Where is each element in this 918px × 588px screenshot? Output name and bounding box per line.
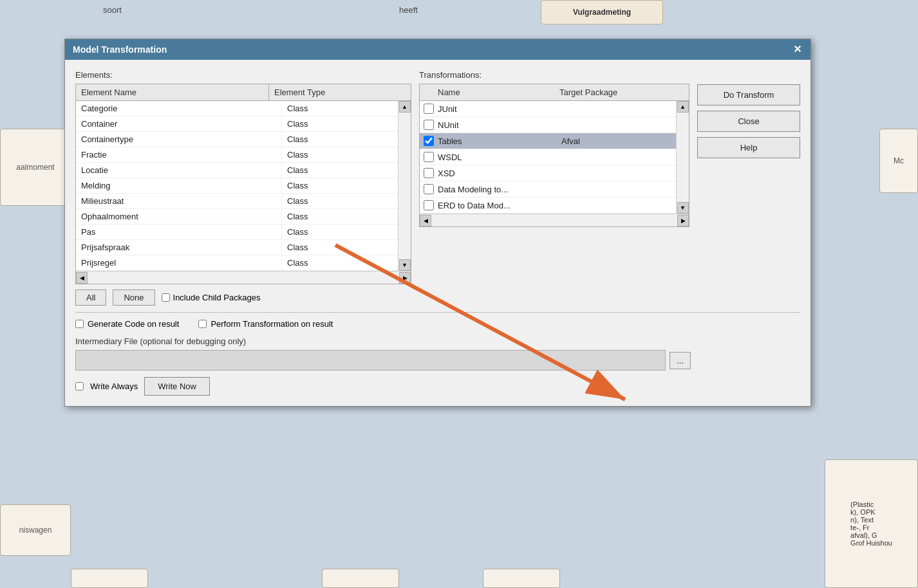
trans-name-xsd: XSD [438, 169, 561, 178]
write-now-button[interactable]: Write Now [144, 377, 210, 396]
col-header-target: Target Package [554, 84, 676, 100]
file-input-box[interactable] [75, 350, 666, 371]
table-row[interactable]: Prijsregel Class [76, 255, 411, 271]
table-row[interactable]: Pas Class [76, 225, 411, 240]
trans-row-junit[interactable]: JUnit [420, 101, 689, 117]
table-row[interactable]: Milieustraat Class [76, 194, 411, 209]
trans-hscroll-track[interactable] [431, 214, 677, 226]
elements-label: Elements: [75, 70, 411, 80]
trans-checkbox-tables[interactable] [424, 136, 434, 146]
write-always-checkbox[interactable] [75, 382, 84, 390]
elements-section: Elements: Element Name Element Type Cate… [75, 70, 411, 306]
close-button[interactable]: Close [697, 111, 800, 132]
bg-node-left: aalmoment [0, 129, 71, 206]
bg-node-bottom-right: (Plastic k), OPK n), Text te-, Fr afval)… [825, 459, 918, 588]
col-header-name: Name [433, 84, 554, 100]
trans-row-nunit[interactable]: NUnit [420, 117, 689, 133]
dialog-backdrop: Model Transformation ✕ Elements: Element… [64, 26, 824, 553]
intermediary-file-label: Intermediary File (optional for debuggin… [75, 336, 691, 346]
trans-name-wsdl: WSDL [438, 152, 561, 162]
table-row[interactable]: Locatie Class [76, 163, 411, 178]
table-row[interactable]: Container Class [76, 116, 411, 132]
trans-hscroll[interactable]: ◀ ▶ [420, 214, 689, 226]
elements-list: Categorie Class Container Class Containe… [76, 101, 411, 271]
trans-check-col [420, 84, 433, 100]
elements-scrollbar[interactable]: ▲ ▼ [398, 101, 411, 271]
trans-row-data-modeling[interactable]: Data Modeling to... [420, 181, 689, 198]
col-header-element-type: Element Type [269, 84, 398, 100]
trans-table-header: Name Target Package [420, 84, 689, 101]
trans-row-tables[interactable]: Tables Afval [420, 133, 689, 149]
trans-scroll-down[interactable]: ▼ [677, 202, 689, 214]
scroll-track[interactable] [398, 113, 411, 259]
bg-node-right: Mc [879, 129, 918, 193]
elements-hscroll[interactable]: ◀ ▶ [76, 271, 411, 284]
write-always-label: Write Always [90, 381, 138, 391]
trans-target-tables: Afval [561, 136, 685, 146]
hscroll-right-arrow[interactable]: ▶ [399, 272, 411, 284]
bg-bottom-node-3 [483, 569, 560, 588]
write-row: Write Always Write Now [75, 377, 691, 396]
bg-node-bottom-left: niswagen [0, 504, 71, 556]
trans-row-wsdl[interactable]: WSDL [420, 149, 689, 165]
file-input-row: ... [75, 350, 691, 371]
trans-name-nunit: NUnit [438, 120, 561, 130]
trans-scroll-up[interactable]: ▲ [677, 101, 689, 113]
scroll-header-placeholder [398, 84, 411, 100]
trans-checkbox-data-modeling[interactable] [424, 184, 434, 194]
generate-code-label: Generate Code on result [88, 319, 179, 329]
scroll-up-arrow[interactable]: ▲ [399, 101, 411, 113]
checkboxes-row: Generate Code on result Perform Transfor… [75, 319, 691, 329]
trans-hscroll-right[interactable]: ▶ [677, 215, 689, 226]
btn-all[interactable]: All [75, 289, 106, 306]
dialog-title: Model Transformation [73, 44, 167, 55]
generate-code-checkbox[interactable] [75, 320, 84, 328]
table-row[interactable]: Categorie Class [76, 101, 411, 116]
trans-row-erd[interactable]: ERD to Data Mod... [420, 198, 689, 214]
hscroll-left-arrow[interactable]: ◀ [76, 272, 88, 284]
bottom-section: Generate Code on result Perform Transfor… [75, 319, 800, 396]
perform-transform-checkbox[interactable] [198, 320, 207, 328]
trans-name-tables: Tables [438, 136, 561, 146]
transformations-section: Transformations: Name Target Package [419, 70, 689, 306]
elements-table-header: Element Name Element Type [76, 84, 411, 101]
bg-node-vulgraadmeting: Vulgraadmeting [541, 0, 663, 24]
trans-checkbox-xsd[interactable] [424, 168, 434, 178]
dialog-titlebar: Model Transformation ✕ [65, 39, 810, 60]
scroll-down-arrow[interactable]: ▼ [399, 259, 411, 271]
table-row[interactable]: Prijsafspraak Class [76, 240, 411, 255]
generate-code-item: Generate Code on result [75, 319, 179, 329]
table-row[interactable]: Ophaalmoment Class [76, 209, 411, 225]
bottom-left: Generate Code on result Perform Transfor… [75, 319, 691, 396]
hscroll-track[interactable] [88, 271, 399, 284]
btn-none[interactable]: None [113, 289, 155, 306]
table-row[interactable]: Containertype Class [76, 132, 411, 147]
close-icon[interactable]: ✕ [792, 44, 803, 55]
dialog-body: Elements: Element Name Element Type Cate… [65, 60, 810, 406]
trans-row-xsd[interactable]: XSD [420, 165, 689, 181]
trans-checkbox-nunit[interactable] [424, 120, 434, 130]
perform-transform-item: Perform Transformation on result [198, 319, 333, 329]
trans-checkbox-junit[interactable] [424, 104, 434, 114]
trans-checkbox-erd[interactable] [424, 200, 434, 210]
trans-name-junit: JUnit [438, 104, 561, 114]
trans-hscroll-left[interactable]: ◀ [420, 215, 431, 226]
browse-button[interactable]: ... [670, 352, 691, 369]
trans-list: JUnit NUnit Tables Afval [420, 101, 689, 214]
include-child-checkbox[interactable] [162, 293, 170, 302]
table-row[interactable]: Melding Class [76, 178, 411, 194]
do-transform-button[interactable]: Do Transform [697, 84, 800, 106]
bg-label-soort: soort [103, 5, 122, 15]
trans-name-erd: ERD to Data Mod... [438, 201, 561, 210]
trans-checkbox-wsdl[interactable] [424, 152, 434, 162]
elements-panel: Element Name Element Type Categorie Clas… [75, 84, 411, 284]
table-row[interactable]: Fractie Class [76, 147, 411, 163]
trans-name-data-modeling: Data Modeling to... [438, 185, 561, 194]
bg-bottom-node-2 [322, 569, 399, 588]
col-header-element-name: Element Name [76, 84, 269, 100]
trans-scroll-col [676, 84, 689, 100]
bg-bottom-node-1 [71, 569, 148, 588]
trans-scrollbar[interactable]: ▲ ▼ [676, 101, 689, 214]
help-button[interactable]: Help [697, 137, 800, 158]
trans-scroll-track[interactable] [677, 113, 689, 202]
